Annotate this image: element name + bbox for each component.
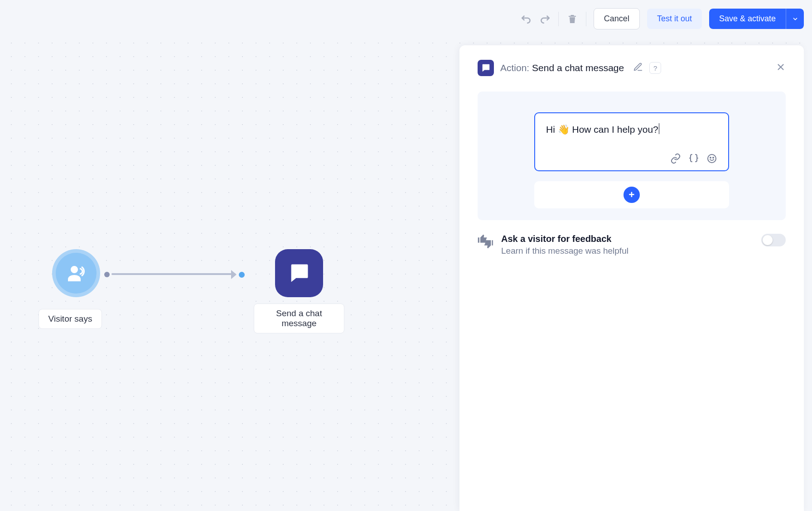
message-editor-area: Hi 👋 How can I help you? + [478,92,786,220]
message-toolbar [546,144,717,164]
emoji-icon [706,153,717,164]
feedback-title: Ask a visitor for feedback [501,234,628,244]
edge-line [111,273,236,275]
chevron-down-icon [792,16,798,22]
save-split-button: Save & activate [709,9,804,29]
send-message-node[interactable]: Send a chat message [254,249,344,333]
feedback-toggle[interactable] [761,234,786,246]
save-activate-button[interactable]: Save & activate [709,9,786,29]
visitor-node-label: Visitor says [39,309,102,329]
trash-icon [567,14,578,24]
cancel-button[interactable]: Cancel [594,8,640,29]
flow-area: Visitor says Send a chat message [18,249,335,367]
save-dropdown-caret[interactable] [786,9,804,29]
panel-title-name: Send a chat message [532,63,624,73]
toggle-knob [763,235,773,245]
panel-title: Action: Send a chat message [500,63,624,73]
svg-point-4 [713,157,714,158]
feedback-option-row: Ask a visitor for feedback Learn if this… [478,234,786,256]
delete-button[interactable] [566,13,579,25]
insert-link-button[interactable] [670,153,681,164]
history-group [520,13,551,25]
toolbar-divider [558,12,559,26]
edge-arrowhead-icon [231,270,237,279]
chat-message-icon [287,261,311,285]
visitor-node-inner [56,253,97,294]
action-config-panel: Action: Send a chat message ? Hi 👋 How c… [459,45,804,511]
insert-emoji-button[interactable] [706,153,717,164]
close-icon [776,62,786,72]
feedback-subtitle: Learn if this message was helpful [501,246,628,256]
plus-icon: + [624,187,640,203]
chat-message-icon [481,63,491,73]
thumbs-icon [478,234,493,251]
top-toolbar: Cancel Test it out Save & activate [520,8,804,29]
help-button[interactable]: ? [649,62,661,74]
add-message-button[interactable]: + [534,181,729,208]
edge-start-handle[interactable] [104,272,110,277]
visitor-node[interactable] [52,249,100,297]
close-panel-button[interactable] [776,62,786,74]
toolbar-divider-2 [586,12,586,26]
svg-point-2 [708,154,716,163]
pencil-icon [633,62,643,72]
redo-icon [539,13,551,25]
message-input[interactable]: Hi 👋 How can I help you? [534,112,729,171]
text-caret-icon [659,123,659,134]
panel-action-icon [478,60,494,76]
undo-button[interactable] [520,13,533,25]
link-icon [670,153,681,164]
test-button[interactable]: Test it out [647,9,702,29]
panel-title-prefix: Action: [500,63,529,73]
rename-action-button[interactable] [633,62,643,74]
message-text: Hi 👋 How can I help you? [546,124,658,135]
svg-point-3 [710,157,711,158]
redo-button[interactable] [538,13,551,25]
braces-icon [688,153,699,164]
feedback-text: Ask a visitor for feedback Learn if this… [501,234,628,256]
edge-end-handle[interactable] [239,272,245,278]
insert-variable-button[interactable] [688,153,699,164]
send-message-node-circle [275,249,323,297]
panel-header: Action: Send a chat message ? [478,60,786,76]
flow-edge[interactable] [104,271,245,277]
undo-icon [521,13,532,25]
visitor-says-icon [65,262,87,284]
send-message-node-label: Send a chat message [254,304,344,333]
